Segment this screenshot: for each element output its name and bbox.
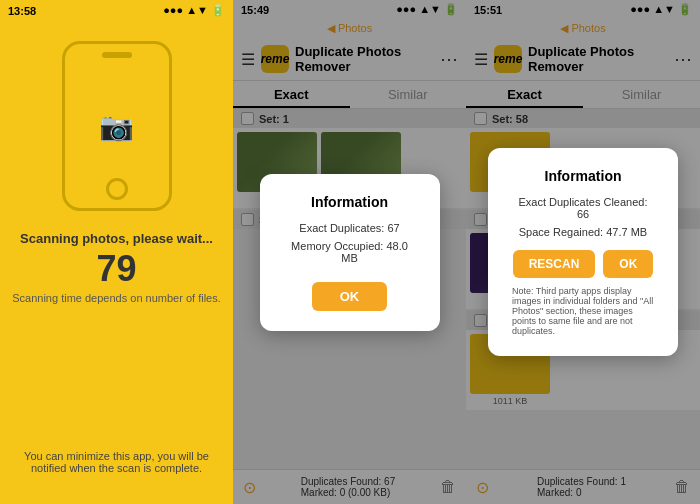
panel-cleaned: 15:51 ●●● ▲▼ 🔋 ◀ Photos ☰ reme Duplicate…	[466, 0, 700, 504]
minimize-text: You can minimize this app, you will be n…	[0, 450, 233, 474]
info-modal-2: Information Exact Duplicates: 67 Memory …	[260, 174, 440, 331]
modal-line2-2: Memory Occupied: 48.0 MB	[284, 240, 416, 264]
status-bar-1: 13:58 ●●● ▲▼ 🔋	[0, 0, 233, 21]
modal-line1-3: Exact Duplicates Cleaned: 66	[512, 196, 654, 220]
modal-ok-button-3[interactable]: OK	[603, 250, 653, 278]
phone-home-button	[106, 178, 128, 200]
scan-number: 79	[96, 248, 136, 290]
modal-note-3: Note: Third party apps display images in…	[512, 286, 654, 336]
modal-overlay-2: Information Exact Duplicates: 67 Memory …	[233, 0, 466, 504]
scan-sub: Scanning time depends on number of files…	[12, 292, 221, 304]
modal-title-2: Information	[284, 194, 416, 210]
modal-title-3: Information	[512, 168, 654, 184]
panel-duplicates: 15:49 ●●● ▲▼ 🔋 ◀ Photos ☰ reme Duplicate…	[233, 0, 466, 504]
photo-icon: 📷	[99, 110, 134, 143]
signal-icons-1: ●●● ▲▼ 🔋	[163, 4, 225, 17]
panel-scanning: 13:58 ●●● ▲▼ 🔋 📷 Scanning photos, please…	[0, 0, 233, 504]
modal-line2-3: Space Regained: 47.7 MB	[512, 226, 654, 238]
modal-overlay-3: Information Exact Duplicates Cleaned: 66…	[466, 0, 700, 504]
modal-ok-button-2[interactable]: OK	[312, 282, 388, 311]
phone-illustration: 📷	[62, 41, 172, 211]
scanning-label: Scanning photos, please wait...	[20, 231, 213, 246]
modal-buttons-3: RESCAN OK	[512, 250, 654, 278]
time-1: 13:58	[8, 5, 36, 17]
info-modal-3: Information Exact Duplicates Cleaned: 66…	[488, 148, 678, 356]
phone-notch	[102, 52, 132, 58]
modal-rescan-button[interactable]: RESCAN	[513, 250, 596, 278]
modal-line1-2: Exact Duplicates: 67	[284, 222, 416, 234]
